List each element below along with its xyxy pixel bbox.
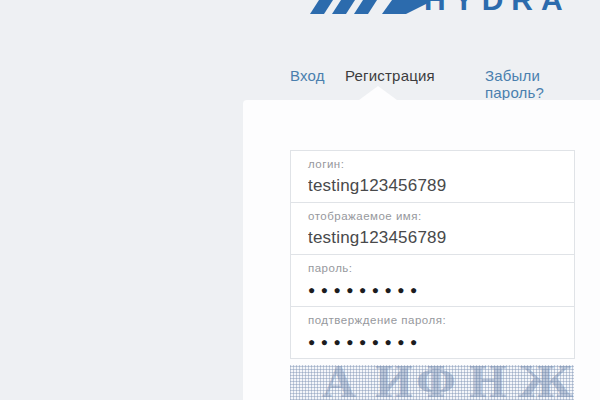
captcha-glyph: Н xyxy=(468,365,508,400)
display-name-field[interactable]: отображаемое имя: testing123456789 xyxy=(290,202,575,255)
login-field-label: логин: xyxy=(308,158,564,170)
tab-login[interactable]: Вход xyxy=(290,67,325,84)
password-confirm-field[interactable]: подтверждение пароля: ●●●●●●●●● xyxy=(290,306,575,359)
site-logo: HYDRA xyxy=(0,0,600,14)
display-name-field-value: testing123456789 xyxy=(308,228,564,248)
password-field[interactable]: пароль: ●●●●●●●●● xyxy=(290,254,575,307)
registration-page: HYDRA Вход Регистрация Забыли пароль? ло… xyxy=(0,0,600,400)
password-confirm-field-value: ●●●●●●●●● xyxy=(308,335,564,349)
registration-form: логин: testing123456789 отображаемое имя… xyxy=(290,150,575,359)
tab-forgot-password[interactable]: Забыли пароль? xyxy=(485,67,600,101)
captcha-glyph: А xyxy=(322,365,356,400)
captcha-glyph: Ж xyxy=(518,365,573,400)
logo-wordmark: HYDRA xyxy=(424,0,571,14)
password-field-label: пароль: xyxy=(308,262,564,274)
logo-stripes-icon xyxy=(308,0,428,14)
password-field-value: ●●●●●●●●● xyxy=(308,283,564,297)
login-field[interactable]: логин: testing123456789 xyxy=(290,150,575,203)
login-field-value: testing123456789 xyxy=(308,176,564,196)
captcha-image: А И Ф Н Ж xyxy=(290,365,574,400)
active-tab-caret xyxy=(359,86,397,100)
captcha-glyph: Ф xyxy=(416,365,456,400)
captcha-glyph: И xyxy=(374,365,414,400)
tab-registration[interactable]: Регистрация xyxy=(345,67,435,84)
password-confirm-field-label: подтверждение пароля: xyxy=(308,314,564,326)
display-name-field-label: отображаемое имя: xyxy=(308,210,564,222)
